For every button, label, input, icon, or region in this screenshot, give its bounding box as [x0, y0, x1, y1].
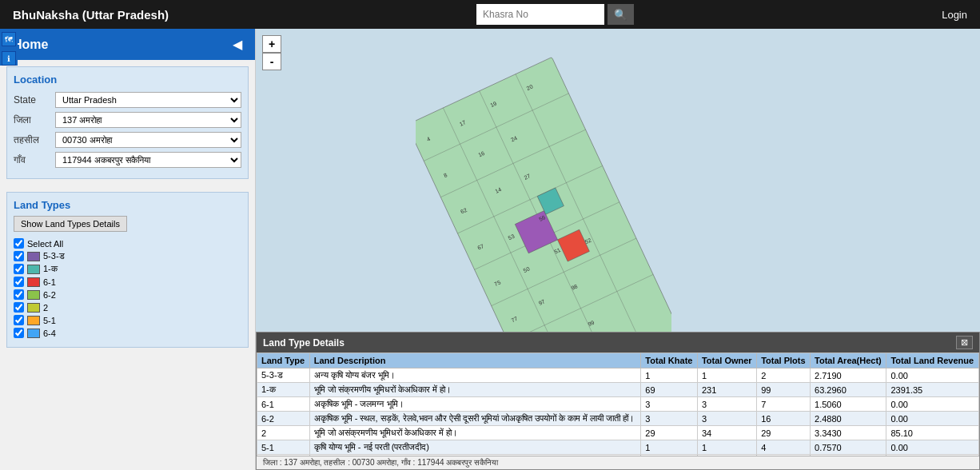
land-type-color-6-1: [27, 277, 40, 287]
district-label: जिला: [14, 114, 55, 125]
table-row: 5-3-डअन्य कृषि योग्य बंजर भूमि।1122.7190…: [257, 368, 979, 383]
sidebar-header: Home ◀: [0, 29, 255, 60]
table-cell-4-5: 3.3430: [811, 426, 886, 440]
collapse-button[interactable]: ◀: [233, 37, 242, 52]
status-text: जिला : 137 अमरोहा, तहसील : 00730 अमरोहा,…: [263, 458, 498, 468]
state-select[interactable]: Uttar Pradesh: [55, 92, 241, 108]
home-label: Home: [13, 38, 48, 52]
land-type-checkbox-1-क[interactable]: [14, 264, 24, 274]
table-cell-3-4: 16: [757, 412, 811, 426]
left-icon-strip: 🗺 ℹ: [0, 29, 18, 66]
table-row: 6-1अकृषिक भूमि - जलमग्न भूमि।3371.50600.…: [257, 397, 979, 412]
land-type-label-5-1: 5-1: [43, 316, 56, 325]
select-all-checkbox[interactable]: [14, 238, 24, 249]
table-cell-2-0: 6-1: [257, 397, 310, 412]
tehsil-select[interactable]: 00730 अमरोहा: [55, 132, 241, 148]
land-type-row: 6-1: [14, 277, 241, 287]
table-cell-1-1: भूमि जो संक्रमणीय भूमिधरों केअधिकार में …: [309, 383, 641, 397]
select-all-label: Select All: [27, 239, 63, 249]
table-cell-2-1: अकृषिक भूमि - जलमग्न भूमि।: [309, 397, 641, 412]
table-cell-1-4: 99: [757, 383, 811, 397]
land-type-details-title: Land Type Details: [263, 337, 345, 349]
land-type-checkbox-2[interactable]: [14, 302, 24, 313]
land-type-row: 2: [14, 302, 241, 313]
table-cell-3-6: 0.00: [886, 412, 979, 426]
land-type-color-6-4: [27, 329, 40, 338]
land-type-details-panel: Land Type Details ⊠ Land TypeLand Descri…: [256, 332, 980, 470]
table-cell-5-2: 1: [641, 440, 698, 455]
land-type-checkboxes: 5-3-ड1-क6-16-225-16-4: [14, 251, 241, 338]
land-type-color-6-2: [27, 290, 40, 300]
land-type-color-1-क: [27, 265, 40, 274]
location-section: Location State Uttar Pradesh जिला 137 अम…: [6, 66, 249, 179]
nav-icon-info[interactable]: ℹ: [2, 51, 16, 66]
table-cell-5-6: 0.00: [886, 440, 979, 455]
table-header-row: Land TypeLand DescriptionTotal KhateTota…: [257, 353, 979, 368]
table-row: 5-1कृषि योग्य भूमि - नई परती (परतीजदीद)1…: [257, 440, 979, 455]
statusbar: जिला : 137 अमरोहा, तहसील : 00730 अमरोहा,…: [257, 456, 979, 469]
col-header-0: Land Type: [257, 353, 310, 368]
district-select[interactable]: 137 अमरोहा: [55, 112, 241, 128]
land-type-details-header: Land Type Details ⊠: [257, 333, 979, 352]
table-cell-1-0: 1-क: [257, 383, 310, 397]
close-details-button[interactable]: ⊠: [956, 336, 973, 349]
col-header-6: Total Land Revenue: [886, 353, 979, 368]
village-select[interactable]: 117944 अकबरपुर सकैनिया: [55, 152, 241, 168]
search-area: 🔍: [476, 4, 634, 25]
land-type-color-5-1: [27, 316, 40, 325]
table-cell-4-3: 34: [697, 426, 756, 440]
land-type-row: 5-1: [14, 315, 241, 325]
table-cell-3-1: अकृषिक भूमि - स्थल, सड़कें, रेलवे,भवन और…: [309, 412, 641, 426]
table-cell-3-5: 2.4880: [811, 412, 886, 426]
table-cell-3-0: 6-2: [257, 412, 310, 426]
land-types-section: Land Types Show Land Types Details Selec…: [6, 192, 249, 348]
map-area[interactable]: + -: [256, 29, 980, 470]
topbar: BhuNaksha (Uttar Pradesh) 🔍 Login: [0, 0, 980, 29]
village-label: गाँव: [14, 154, 55, 165]
col-header-2: Total Khate: [641, 353, 698, 368]
col-header-3: Total Owner: [697, 353, 756, 368]
table-cell-0-5: 2.7190: [811, 368, 886, 383]
table-cell-1-2: 69: [641, 383, 698, 397]
village-row: गाँव 117944 अकबरपुर सकैनिया: [14, 152, 241, 168]
table-cell-0-3: 1: [697, 368, 756, 383]
table-cell-4-4: 29: [757, 426, 811, 440]
land-type-label-6-1: 6-1: [43, 277, 56, 287]
table-cell-0-4: 2: [757, 368, 811, 383]
land-type-label-6-2: 6-2: [43, 290, 56, 300]
land-type-color-5-3-ड: [27, 252, 40, 261]
land-type-row: 6-2: [14, 289, 241, 300]
land-type-table: Land TypeLand DescriptionTotal KhateTota…: [257, 352, 979, 469]
land-type-checkbox-6-2[interactable]: [14, 289, 24, 300]
land-types-title: Land Types: [14, 199, 241, 211]
zoom-out-button[interactable]: -: [262, 53, 281, 70]
land-type-checkbox-6-4[interactable]: [14, 328, 24, 338]
table-cell-0-0: 5-3-ड: [257, 368, 310, 383]
table-cell-3-2: 3: [641, 412, 698, 426]
land-type-row: 5-3-ड: [14, 251, 241, 261]
table-row: 2भूमि जो असंक्रमणीय भूमिधरों केअधिकार मे…: [257, 426, 979, 440]
tehsil-label: तहसील: [14, 134, 55, 145]
land-type-label-1-क: 1-क: [43, 264, 58, 274]
table-cell-4-0: 2: [257, 426, 310, 440]
sidebar: Home ◀ Location State Uttar Pradesh जिला…: [0, 29, 256, 470]
land-type-checkbox-5-1[interactable]: [14, 315, 24, 325]
land-type-row: 6-4: [14, 328, 241, 338]
table-cell-0-6: 0.00: [886, 368, 979, 383]
land-type-label-5-3-ड: 5-3-ड: [43, 251, 65, 261]
col-header-4: Total Plots: [757, 353, 811, 368]
table-cell-5-3: 1: [697, 440, 756, 455]
table-cell-1-5: 63.2960: [811, 383, 886, 397]
table-cell-4-1: भूमि जो असंक्रमणीय भूमिधरों केअधिकार में…: [309, 426, 641, 440]
show-land-types-button[interactable]: Show Land Types Details: [14, 216, 127, 232]
table-cell-2-5: 1.5060: [811, 397, 886, 412]
search-button[interactable]: 🔍: [608, 4, 634, 25]
login-button[interactable]: Login: [942, 9, 967, 21]
zoom-in-button[interactable]: +: [262, 35, 281, 53]
search-input[interactable]: [476, 4, 604, 25]
land-type-checkbox-6-1[interactable]: [14, 277, 24, 287]
land-type-checkbox-5-3-ड[interactable]: [14, 251, 24, 261]
nav-icon-layers[interactable]: 🗺: [2, 32, 16, 46]
col-header-5: Total Area(Hect): [811, 353, 886, 368]
table-cell-4-6: 85.10: [886, 426, 979, 440]
